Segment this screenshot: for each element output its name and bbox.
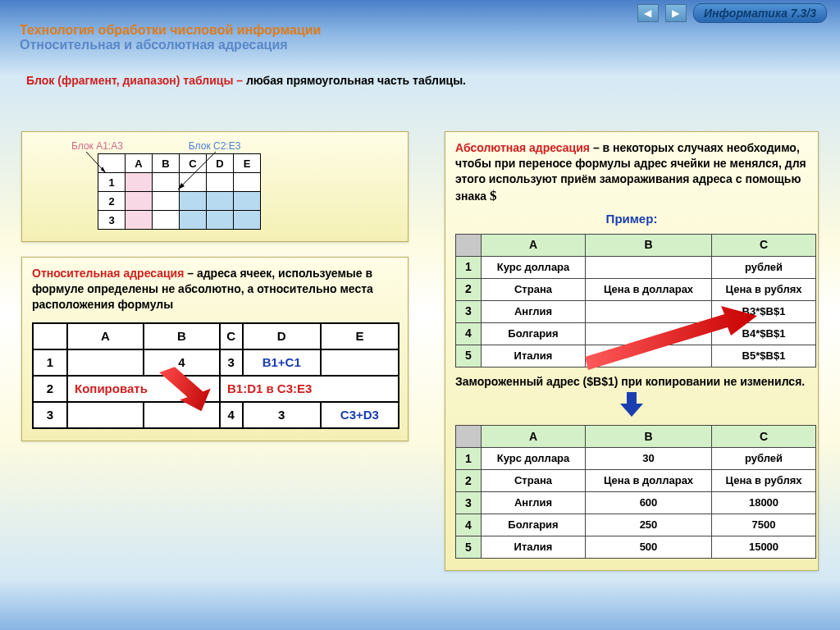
absolute-panel: Абсолютная адресация – в некоторых случа… xyxy=(445,131,819,571)
wide-table: A B C D E 1 4 3 B1+C1 2 Копировать В1:D1… xyxy=(32,322,399,429)
cell: 7500 xyxy=(712,514,816,536)
definition-line: Блок (фрагмент, диапазон) таблицы – люба… xyxy=(26,74,466,87)
cell-formula: B1+C1 xyxy=(243,349,321,376)
row-h: 5 xyxy=(456,536,482,559)
cell-formula: B3*$B$1 xyxy=(712,300,816,322)
cell: Курс доллара xyxy=(482,256,586,278)
col-h: С xyxy=(712,234,816,256)
col-h: B xyxy=(144,323,220,349)
col-h: C xyxy=(220,323,243,349)
sheet-formulas: А В С 1 Курс доллара рублей 2 Страна Цен… xyxy=(455,234,816,368)
col-h: C xyxy=(180,154,207,173)
cell: Цена в рублях xyxy=(712,278,816,300)
svg-marker-6 xyxy=(620,392,643,417)
dollar-sign: $ xyxy=(490,188,497,203)
col-h: E xyxy=(321,323,399,349)
row-h: 2 xyxy=(456,278,482,300)
row-h: 3 xyxy=(456,300,482,322)
cell: Цена в долларах xyxy=(586,278,712,300)
cell: Страна xyxy=(482,470,586,492)
mini-table: A B C D E 1 2 3 xyxy=(98,153,261,230)
cell: 18000 xyxy=(712,492,816,514)
col-h: D xyxy=(243,323,321,349)
cell-formula: B4*$B$1 xyxy=(712,322,816,345)
col-h: В xyxy=(586,234,712,256)
cell: 500 xyxy=(586,536,712,559)
cell: рублей xyxy=(712,256,816,278)
example-label: Пример: xyxy=(455,211,808,227)
cell: Италия xyxy=(482,345,586,367)
col-h: A xyxy=(67,323,144,349)
right-column: Абсолютная адресация – в некоторых случа… xyxy=(445,131,819,571)
def-body: любая прямоугольная часть таблицы. xyxy=(246,74,466,87)
cell xyxy=(586,256,712,278)
cell: 3 xyxy=(220,349,243,376)
cell: Болгария xyxy=(482,514,586,536)
row-h: 3 xyxy=(456,492,482,514)
cell: 250 xyxy=(586,514,712,536)
col-h: E xyxy=(234,154,261,173)
block-label-a: Блок А1:А3 xyxy=(71,140,123,152)
row-h: 3 xyxy=(98,211,126,230)
prev-arrow-icon[interactable]: ◀ xyxy=(637,4,659,22)
block-labels: Блок А1:А3 Блок С2:Е3 xyxy=(71,140,398,152)
row-h: 1 xyxy=(33,349,67,376)
col-h: D xyxy=(207,154,234,173)
row-h: 5 xyxy=(456,345,482,367)
block-panel: Блок А1:А3 Блок С2:Е3 A B C D E 1 2 3 xyxy=(21,131,409,242)
row-h: 1 xyxy=(456,256,482,278)
relative-panel: Относительная адресация – адреса ячеек, … xyxy=(21,257,409,441)
cell: Страна xyxy=(482,278,586,300)
sheet-values: А В С 1 Курс доллара 30 рублей 2 Страна … xyxy=(455,425,816,559)
row-h: 4 xyxy=(456,514,482,536)
cell: 3 xyxy=(243,402,321,428)
cell: Цена в рублях xyxy=(712,470,816,492)
cell: Италия xyxy=(482,536,586,559)
title-line-1: Технология обработки числовой информации xyxy=(20,23,321,38)
col-h: А xyxy=(482,234,586,256)
left-column: Блок А1:А3 Блок С2:Е3 A B C D E 1 2 3 xyxy=(21,131,409,441)
cell: 30 xyxy=(586,448,712,470)
cell xyxy=(586,322,712,345)
next-arrow-icon[interactable]: ▶ xyxy=(665,4,687,22)
cell xyxy=(586,345,712,367)
cell: Цена в долларах xyxy=(586,470,712,492)
def-term: Блок (фрагмент, диапазон) таблицы – xyxy=(26,74,246,87)
col-h: С xyxy=(712,426,816,448)
row-h: 4 xyxy=(456,322,482,345)
row-h: 2 xyxy=(98,192,126,211)
col-h: A xyxy=(126,154,153,173)
row-h: 1 xyxy=(456,448,482,470)
cell: Англия xyxy=(482,300,586,322)
cell: рублей xyxy=(712,448,816,470)
row-h: 1 xyxy=(98,173,126,192)
row-h: 2 xyxy=(33,376,67,402)
col-h: B xyxy=(153,154,180,173)
cell: Болгария xyxy=(482,322,586,345)
col-h: А xyxy=(482,426,586,448)
down-arrow-icon xyxy=(615,390,648,418)
abs-term: Абсолютная адресация xyxy=(455,141,590,154)
relative-text: Относительная адресация – адреса ячеек, … xyxy=(32,266,398,313)
frozen-text: Замороженный адрес ($B$1) при копировани… xyxy=(455,374,808,389)
cell: 4 xyxy=(220,402,243,428)
page-badge: Информатика 7.3/3 xyxy=(693,3,827,23)
cell: 4 xyxy=(144,349,220,376)
col-h: В xyxy=(586,426,712,448)
block-label-c: Блок С2:Е3 xyxy=(189,140,241,152)
copy-dest: В1:D1 в С3:Е3 xyxy=(220,376,399,402)
row-h: 3 xyxy=(33,402,67,428)
cell: 15000 xyxy=(712,536,816,559)
top-nav: ◀ ▶ Информатика 7.3/3 xyxy=(637,3,827,23)
copy-label: Копировать xyxy=(67,376,220,402)
cell: Курс доллара xyxy=(482,448,586,470)
rel-term: Относительная адресация xyxy=(32,267,184,280)
cell xyxy=(586,300,712,322)
cell-formula: B5*$B$1 xyxy=(712,345,816,367)
cell: Англия xyxy=(482,492,586,514)
title-line-2: Относительная и абсолютная адресация xyxy=(20,38,321,52)
abs-text: Абсолютная адресация – в некоторых случа… xyxy=(455,140,808,206)
cell-formula: C3+D3 xyxy=(321,402,399,428)
page-title: Технология обработки числовой информации… xyxy=(20,23,321,52)
row-h: 2 xyxy=(456,470,482,492)
